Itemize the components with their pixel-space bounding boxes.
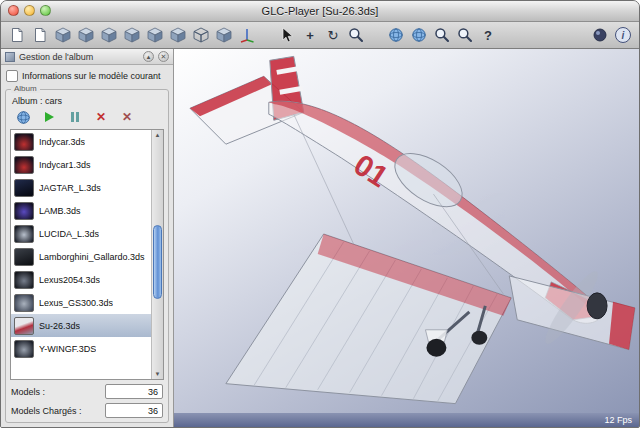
models-loaded-field[interactable]: 36	[105, 403, 163, 418]
model-rows: Indycar.3ds Indycar1.3ds JAGTAR_L.3ds LA…	[11, 130, 151, 379]
model-thumbnail	[14, 156, 34, 174]
model-list-item[interactable]: Lexus_GS300.3ds	[11, 291, 151, 314]
album-sidebar: Gestion de l'album ▴ ✕ Informations sur …	[1, 49, 174, 427]
context-help-icon[interactable]: ?	[478, 25, 498, 45]
remove-icon: ✕	[96, 111, 106, 123]
about-info-icon[interactable]: i	[613, 25, 633, 45]
unload-all-models-button[interactable]	[66, 109, 84, 125]
models-loaded-label: Models Chargés :	[11, 406, 82, 416]
iso-view-icon[interactable]	[99, 25, 119, 45]
axis-view-icon[interactable]	[237, 25, 257, 45]
close-panel-button[interactable]: ✕	[158, 51, 169, 62]
main-toolbar: + ↻ ? i	[1, 22, 639, 49]
info-icon: i	[615, 27, 631, 43]
model-thumbnail	[14, 179, 34, 197]
traffic-lights	[8, 5, 51, 16]
eye-view-icon[interactable]	[590, 25, 610, 45]
save-album-icon[interactable]	[53, 25, 73, 45]
model-list-scrollbar[interactable]: ▲ ▼	[151, 130, 163, 379]
play-icon	[45, 112, 54, 122]
zoom-tool-icon[interactable]	[346, 25, 366, 45]
titlebar: GLC-Player [Su-26.3ds]	[1, 1, 639, 22]
panel-tab-title: Gestion de l'album	[19, 52, 93, 62]
model-list-item[interactable]: LUCIDA_L.3ds	[11, 222, 151, 245]
airplane-render: 01	[174, 49, 639, 413]
model-list-item[interactable]: JAGTAR_L.3ds	[11, 176, 151, 199]
model-list-item[interactable]: Lamborghini_Gallardo.3ds	[11, 245, 151, 268]
viewport-statusbar: 12 Fps	[174, 413, 639, 427]
content-area: Gestion de l'album ▴ ✕ Informations sur …	[1, 49, 639, 427]
model-thumbnail	[14, 317, 34, 335]
new-album-icon[interactable]	[7, 25, 27, 45]
top-view-icon[interactable]	[168, 25, 188, 45]
window-title: GLC-Player [Su-26.3ds]	[1, 5, 639, 17]
model-info-checkbox-label: Informations sur le modèle courant	[22, 71, 161, 81]
glc-player-window: GLC-Player [Su-26.3ds] + ↻ ? i	[0, 0, 640, 428]
select-tool-icon[interactable]	[277, 25, 297, 45]
model-thumbnail	[14, 133, 34, 151]
globe-texture-icon[interactable]	[409, 25, 429, 45]
close-window-button[interactable]	[8, 5, 19, 16]
float-panel-button[interactable]: ▴	[143, 51, 154, 62]
album-toolbar: ✕ ✕	[14, 109, 164, 125]
model-thumbnail	[14, 340, 34, 358]
album-panel-tab[interactable]: Gestion de l'album ▴ ✕	[1, 49, 173, 65]
model-list-item[interactable]: Indycar1.3ds	[11, 153, 151, 176]
fps-counter: 12 Fps	[604, 415, 632, 425]
orbit-tool-icon[interactable]: ↻	[323, 25, 343, 45]
gl-viewport[interactable]: 01	[174, 49, 639, 427]
model-list-item[interactable]: Y-WINGF.3DS	[11, 337, 151, 360]
wireframe-view-icon[interactable]	[191, 25, 211, 45]
model-list-item[interactable]: Lexus2054.3ds	[11, 268, 151, 291]
models-count-row: Models : 36	[10, 384, 164, 399]
panel-grip-icon	[5, 52, 15, 62]
remove-all-icon: ✕	[122, 111, 132, 123]
remove-all-models-button[interactable]: ✕	[118, 109, 136, 125]
right-view-icon[interactable]	[145, 25, 165, 45]
model-list-item-selected[interactable]: Su-26.3ds	[11, 314, 151, 337]
remove-model-button[interactable]: ✕	[92, 109, 110, 125]
pan-tool-icon[interactable]: +	[300, 25, 320, 45]
zoom-in-icon[interactable]	[432, 25, 452, 45]
scroll-down-icon[interactable]: ▼	[152, 369, 163, 379]
load-all-models-button[interactable]	[40, 109, 58, 125]
globe-mode-icon[interactable]	[386, 25, 406, 45]
model-list-item[interactable]: Indycar.3ds	[11, 130, 151, 153]
models-loaded-row: Models Chargés : 36	[10, 403, 164, 418]
open-album-icon[interactable]	[30, 25, 50, 45]
scroll-up-icon[interactable]: ▲	[152, 130, 163, 140]
scrollbar-thumb[interactable]	[153, 225, 162, 300]
front-view-icon[interactable]	[122, 25, 142, 45]
add-models-icon[interactable]	[76, 25, 96, 45]
models-count-field[interactable]: 36	[105, 384, 163, 399]
models-count-label: Models :	[11, 387, 45, 397]
album-title: Album : cars	[12, 96, 164, 106]
model-thumbnail	[14, 271, 34, 289]
minimize-window-button[interactable]	[24, 5, 35, 16]
reload-album-button[interactable]	[14, 109, 32, 125]
model-thumbnail	[14, 202, 34, 220]
model-list-item[interactable]: LAMB.3ds	[11, 199, 151, 222]
model-info-toggle-row: Informations sur le modèle courant	[1, 65, 173, 85]
album-groupbox: Album Album : cars ✕ ✕ Indycar.3ds Indyc…	[5, 89, 169, 423]
model-thumbnail	[14, 225, 34, 243]
model-list: Indycar.3ds Indycar1.3ds JAGTAR_L.3ds LA…	[10, 129, 164, 380]
model-thumbnail	[14, 248, 34, 266]
shaded-view-icon[interactable]	[214, 25, 234, 45]
album-group-label: Album	[11, 84, 40, 93]
model-info-checkbox[interactable]	[6, 70, 18, 82]
model-thumbnail	[14, 294, 34, 312]
maximize-window-button[interactable]	[40, 5, 51, 16]
zoom-out-icon[interactable]	[455, 25, 475, 45]
pause-icon	[71, 112, 79, 122]
